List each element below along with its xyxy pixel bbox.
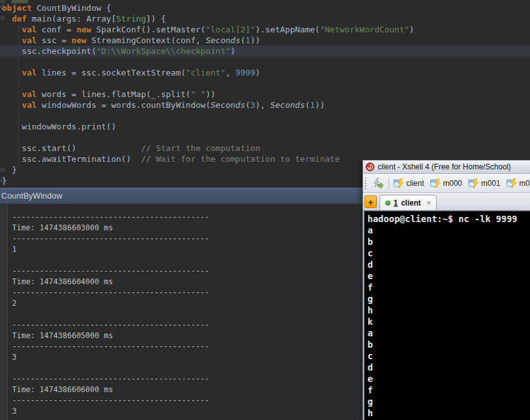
session-button-m000[interactable]: m000 bbox=[430, 178, 462, 188]
code-token bbox=[2, 36, 22, 45]
terminal-line: b bbox=[368, 236, 530, 247]
code-token bbox=[2, 68, 22, 77]
console-gutter bbox=[0, 204, 8, 420]
code-line[interactable]: val windowWords = words.countByWindow(Se… bbox=[0, 100, 530, 110]
new-tab-button[interactable]: + bbox=[364, 195, 377, 208]
code-token: ) bbox=[409, 25, 414, 34]
session-button-m001[interactable]: m001 bbox=[468, 178, 500, 188]
code-token: "NetworkWordCount" bbox=[320, 25, 409, 34]
code-token: ).setAppName( bbox=[255, 25, 320, 34]
terminal-line: f bbox=[368, 282, 530, 293]
code-token: } bbox=[2, 176, 7, 185]
code-line[interactable]: ssc.start() // Start the computation bbox=[0, 143, 530, 154]
window-title: client - Xshell 4 (Free for Home/School) bbox=[378, 162, 511, 171]
code-token: "D:\\WorkSpace\\checkpoint" bbox=[96, 46, 230, 56]
terminal-line: c bbox=[368, 247, 530, 259]
terminal[interactable]: hadoop@client:~$ nc -lk 9999abcdefghkabc… bbox=[363, 211, 530, 420]
screen: object CountByWindow { def main(args: Ar… bbox=[0, 0, 530, 420]
code-token: , bbox=[225, 68, 235, 77]
code-token: SparkConf().setMaster( bbox=[91, 25, 206, 34]
xshell-app-icon bbox=[366, 162, 374, 171]
new-session-icon[interactable] bbox=[372, 178, 384, 188]
code-token: val bbox=[22, 89, 36, 99]
code-line[interactable]: def main(args: Array[String]) { bbox=[0, 13, 530, 24]
xshell-window[interactable]: client - Xshell 4 (Free for Home/School)… bbox=[362, 160, 530, 420]
code-line[interactable] bbox=[0, 110, 530, 121]
terminal-line: a bbox=[368, 225, 530, 236]
code-token: main(args: Array[ bbox=[27, 14, 116, 23]
terminal-line: h bbox=[368, 305, 530, 316]
code-token: )) bbox=[315, 100, 325, 110]
code-line[interactable]: val words = lines.flatMap(_.split(" ")) bbox=[0, 89, 530, 100]
code-line[interactable]: val conf = new SparkConf().setMaster("lo… bbox=[0, 24, 530, 35]
xshell-tabbar: + 1 client × bbox=[363, 193, 530, 211]
terminal-line: d bbox=[368, 259, 530, 270]
code-token: ]) { bbox=[146, 14, 166, 23]
code-line[interactable] bbox=[0, 56, 530, 67]
code-token: ssc.checkpoint( bbox=[2, 46, 96, 56]
code-token: ssc = bbox=[37, 36, 72, 45]
session-lightning-icon bbox=[430, 178, 441, 188]
code-token: conf = bbox=[37, 25, 77, 34]
session-button-m0[interactable]: m0 bbox=[507, 178, 530, 188]
code-token: val bbox=[22, 36, 36, 45]
code-token: new bbox=[72, 36, 86, 45]
terminal-line: a bbox=[368, 327, 530, 339]
session-label: m001 bbox=[481, 179, 500, 188]
code-token: String bbox=[116, 14, 146, 23]
code-token: } bbox=[2, 165, 17, 174]
code-line[interactable]: windowWords.print() bbox=[0, 121, 530, 132]
session-button-client[interactable]: client bbox=[394, 178, 424, 188]
console-tab-title: CountByWindow bbox=[1, 191, 62, 200]
code-token: 1 bbox=[310, 100, 315, 110]
code-token: )) bbox=[250, 36, 260, 45]
tab-label: client bbox=[401, 199, 421, 207]
toolbar-separator bbox=[388, 178, 389, 189]
code-token bbox=[2, 89, 22, 99]
code-token: object bbox=[2, 3, 32, 13]
code-token: "client" bbox=[186, 68, 226, 77]
code-line[interactable]: val lines = ssc.socketTextStream("client… bbox=[0, 67, 530, 78]
code-token: StreamingContext(conf, bbox=[86, 36, 206, 45]
code-token: ssc.awaitTermination() bbox=[2, 154, 141, 164]
xshell-toolbar: clientm000m001m0 bbox=[363, 174, 530, 193]
code-token: Seconds bbox=[211, 100, 246, 110]
code-token: val bbox=[22, 68, 36, 77]
code-line[interactable] bbox=[0, 132, 530, 143]
code-line[interactable]: object CountByWindow { bbox=[0, 3, 530, 13]
tab-client[interactable]: 1 client × bbox=[380, 195, 437, 210]
terminal-line: c bbox=[368, 350, 530, 362]
terminal-line: k bbox=[368, 316, 530, 327]
session-lightning-icon bbox=[468, 178, 479, 188]
connected-status-dot bbox=[385, 200, 390, 206]
code-token: val bbox=[22, 25, 36, 34]
toolbar-drag-handle[interactable] bbox=[365, 178, 368, 189]
tab-index: 1 bbox=[394, 199, 398, 207]
tab-close-icon[interactable]: × bbox=[427, 199, 431, 207]
code-token: )) bbox=[206, 89, 216, 99]
code-line[interactable]: val ssc = new StreamingContext(conf, Sec… bbox=[0, 35, 530, 46]
terminal-line: e bbox=[368, 270, 530, 282]
terminal-line: g bbox=[368, 396, 530, 407]
code-token bbox=[2, 100, 22, 110]
code-token: windowWords = words.countByWindow( bbox=[37, 100, 211, 110]
code-token: ) bbox=[230, 46, 235, 56]
editor-code[interactable]: object CountByWindow { def main(args: Ar… bbox=[0, 3, 530, 186]
code-token: " " bbox=[190, 89, 205, 99]
code-token: windowWords.print() bbox=[2, 122, 116, 131]
xshell-titlebar[interactable]: client - Xshell 4 (Free for Home/School) bbox=[363, 161, 530, 174]
code-token: ( bbox=[241, 36, 246, 45]
terminal-line: e bbox=[368, 373, 530, 384]
terminal-line: f bbox=[368, 384, 530, 396]
code-token: val bbox=[22, 100, 36, 110]
code-token: words = lines.flatMap(_.split( bbox=[37, 89, 191, 99]
session-lightning-icon bbox=[394, 178, 404, 188]
terminal-line: b bbox=[368, 339, 530, 350]
session-label: m000 bbox=[443, 179, 462, 188]
code-line[interactable] bbox=[0, 78, 530, 89]
code-line[interactable]: ssc.checkpoint("D:\\WorkSpace\\checkpoin… bbox=[0, 46, 530, 56]
code-token bbox=[2, 14, 12, 23]
terminal-line: hadoop@client:~$ nc -lk 9999 bbox=[368, 213, 530, 225]
code-token: def bbox=[12, 14, 27, 23]
session-label: client bbox=[406, 179, 424, 188]
